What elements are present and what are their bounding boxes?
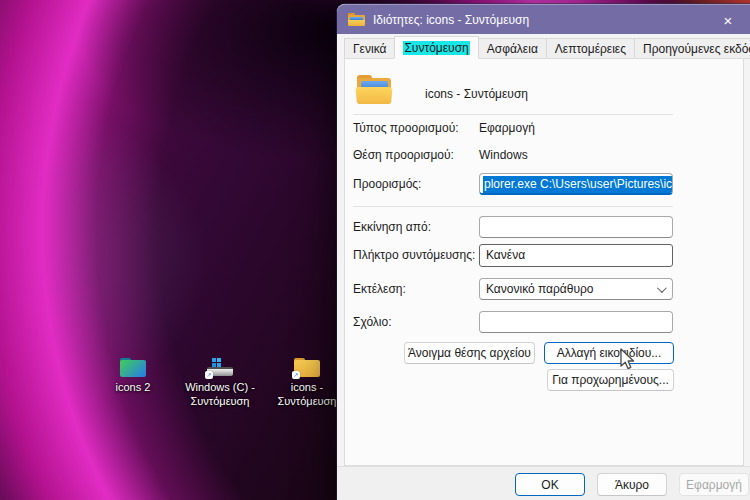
tab-page-shortcut: icons - Συντόμευση Τύπος προορισμού: Εφα… [344, 58, 744, 466]
desktop-icon-label: icons 2 [97, 380, 169, 394]
run-value: Κανονικό παράθυρο [486, 279, 657, 299]
run-dropdown[interactable]: Κανονικό παράθυρο [479, 278, 673, 300]
dialog-footer: OK Άκυρο Εφαρμογή [337, 466, 750, 500]
mouse-cursor [616, 347, 638, 371]
desktop-icon-icons-2[interactable]: icons 2 [97, 358, 169, 394]
desktop-icon-label: Windows (C) - Συντόμευση [184, 380, 256, 408]
comment-label: Σχόλιο: [353, 315, 392, 329]
change-icon-button[interactable]: Αλλαγή εικονιδίου... [544, 342, 674, 364]
start-in-label: Εκκίνηση από: [353, 220, 431, 234]
properties-dialog: Ιδιότητες: icons - Συντόμευση × Γενικά Σ… [337, 4, 750, 500]
open-file-location-button[interactable]: Άνοιγμα θέσης αρχείου [404, 342, 535, 364]
tab-general[interactable]: Γενικά [344, 38, 395, 59]
desktop-icon-icons-shortcut[interactable]: ↗ icons - Συντόμευση [271, 358, 343, 408]
target-location-value: Windows [479, 148, 528, 162]
cancel-button[interactable]: Άκυρο [597, 473, 667, 496]
desktop-icon-windows-c-shortcut[interactable]: ↗ Windows (C) - Συντόμευση [184, 358, 256, 408]
drive-icon: ↗ [207, 358, 233, 377]
target-input[interactable]: plorer.exe C:\Users\user\Pictures\icons [479, 173, 673, 195]
windows-logo-icon [212, 358, 221, 367]
selected-text: plorer.exe C:\Users\user\Pictures\icons [483, 176, 673, 193]
start-in-input[interactable] [479, 216, 673, 238]
shortcut-key-label: Πλήκτρο συντόμευσης: [353, 248, 475, 262]
shortcut-key-input[interactable]: Κανένα [479, 244, 673, 267]
folder-icon [120, 358, 146, 377]
desktop-icon-label: icons - Συντόμευση [271, 380, 343, 408]
shortcut-arrow-icon: ↗ [205, 371, 213, 379]
chevron-down-icon [657, 283, 667, 293]
tab-band: Γενικά Συντόμευση Ασφάλεια Λεπτομέρειες … [344, 36, 750, 59]
tab-previous-versions[interactable]: Προηγούμενες εκδόσεις [634, 38, 750, 59]
folder-icon: ↗ [294, 358, 320, 377]
tab-details[interactable]: Λεπτομέρειες [546, 38, 635, 59]
tab-security[interactable]: Ασφάλεια [478, 38, 547, 59]
run-label: Εκτέλεση: [353, 282, 406, 296]
apply-button: Εφαρμογή [679, 473, 749, 496]
close-icon[interactable]: × [713, 5, 743, 35]
window-title: Ιδιότητες: icons - Συντόμευση [373, 13, 529, 27]
ok-button[interactable]: OK [515, 473, 585, 496]
target-type-value: Εφαρμογή [479, 121, 535, 135]
shortcut-folder-icon [357, 75, 391, 104]
divider [353, 206, 673, 207]
divider [353, 114, 673, 115]
shortcut-arrow-icon: ↗ [292, 371, 300, 379]
folder-icon [348, 13, 365, 26]
target-label: Προορισμός: [353, 177, 421, 191]
target-location-label: Θέση προορισμού: [353, 148, 454, 162]
comment-input[interactable] [479, 311, 673, 333]
advanced-button[interactable]: Για προχωρημένους... [547, 369, 674, 391]
titlebar[interactable]: Ιδιότητες: icons - Συντόμευση × [337, 4, 750, 34]
shortcut-name: icons - Συντόμευση [425, 87, 528, 101]
target-type-label: Τύπος προορισμού: [353, 121, 459, 135]
tab-shortcut[interactable]: Συντόμευση [394, 36, 478, 59]
